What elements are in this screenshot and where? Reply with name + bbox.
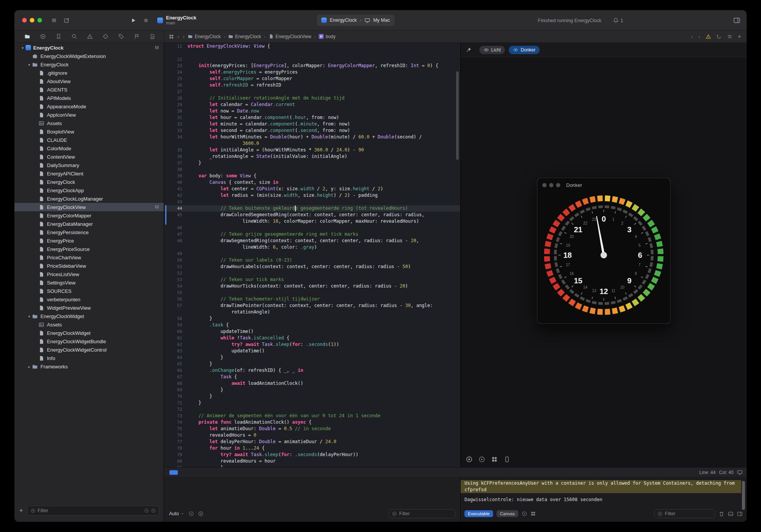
code-line[interactable]: 46 xyxy=(164,225,460,231)
file-tree-row[interactable]: AppIconView xyxy=(15,111,164,119)
file-tree-row[interactable]: APIModels xyxy=(15,94,164,102)
file-tree-row[interactable]: .gitignore xyxy=(15,69,164,77)
file-tree-row[interactable]: BoxplotView xyxy=(15,127,164,136)
console-filter-field[interactable]: Filter xyxy=(654,509,715,518)
file-tree-row[interactable]: Assets xyxy=(15,320,164,329)
code-line[interactable]: 45 drawColoredSegmentedRing(context: con… xyxy=(164,212,460,218)
disclosure-open-icon[interactable]: ▾ xyxy=(26,314,32,318)
code-line[interactable]: 40 Canvas { context, size in xyxy=(164,179,460,186)
code-line[interactable]: 28 // Initialiseer rotationAngle met de … xyxy=(164,95,460,101)
navigator-tab-find[interactable] xyxy=(71,34,77,39)
editor-display-icon[interactable] xyxy=(737,469,743,475)
file-tree-row[interactable]: EnergyClock xyxy=(15,178,164,186)
breadcrumb-item[interactable]: EnergyClock xyxy=(228,34,261,39)
code-line[interactable]: 62 try? await Task.sleep(for: .seconds(1… xyxy=(164,341,460,348)
file-tree-row[interactable]: EnergyClockWidgetControl xyxy=(15,346,164,354)
back-button[interactable]: ‹ xyxy=(177,34,179,40)
navigator-tab-breakpoints[interactable] xyxy=(134,34,140,39)
code-line[interactable]: 55 xyxy=(164,289,460,296)
code-line[interactable]: 43 xyxy=(164,199,460,205)
code-line[interactable]: 74 private func loadAnimationClock() asy… xyxy=(164,419,460,426)
code-line[interactable]: lineWidth: 16, colorMapper: colorMapper,… xyxy=(164,218,460,225)
code-line[interactable]: 39 var body: some View { xyxy=(164,173,460,179)
code-line[interactable]: lineWidth: 6, color: .gray) xyxy=(164,244,460,251)
inspector-toggle-icon[interactable] xyxy=(733,17,740,24)
code-line[interactable]: 79 try? await Task.sleep(for: .seconds(d… xyxy=(164,452,460,458)
code-line[interactable]: 49 xyxy=(164,251,460,257)
file-tree-row[interactable]: EnergyPrice xyxy=(15,236,164,245)
file-tree-row[interactable]: EnergyPersistence xyxy=(15,228,164,236)
inspect-button[interactable] xyxy=(479,456,485,463)
file-tree-row[interactable]: ContentView xyxy=(15,153,164,161)
variants-grid-button[interactable] xyxy=(491,456,498,463)
file-tree-row[interactable]: EnergyColorMapper xyxy=(15,211,164,220)
warning-icon[interactable] xyxy=(706,34,711,39)
code-line[interactable]: 77 let delayPerHour: Double = animatieDu… xyxy=(164,439,460,445)
code-line[interactable]: 69 } xyxy=(164,387,460,393)
code-line[interactable]: 24 self.energyPrices = energyPrices xyxy=(164,69,460,76)
navigator-tab-debug[interactable] xyxy=(118,34,124,39)
code-line[interactable]: 47 // Teken grijze gesegmenteerde ring m… xyxy=(164,231,460,238)
code-line[interactable]: 48 drawSegmentedRing(context: context, c… xyxy=(164,238,460,244)
close-button[interactable] xyxy=(22,18,27,23)
navigator-tab-issues[interactable] xyxy=(87,34,93,39)
variables-filter-field[interactable]: Filter xyxy=(389,509,455,518)
code-line[interactable]: 41 let center = CGPoint(x: size.width / … xyxy=(164,186,460,192)
code-line[interactable]: 78 for hour in 1...24 { xyxy=(164,445,460,452)
breadcrumb-item[interactable]: EnergyClock xyxy=(188,34,221,39)
preview-play-button[interactable] xyxy=(466,456,472,463)
recent-files-icon[interactable] xyxy=(144,508,149,513)
breadcrumb-item[interactable]: EnergyClockView xyxy=(269,34,311,39)
mode-button-light[interactable]: Licht xyxy=(479,46,505,54)
code-line[interactable]: 76 revealedHours = 0 xyxy=(164,432,460,439)
file-tree-row[interactable]: ▾EnergyClockWidget xyxy=(15,312,164,320)
console-scrollbar[interactable] xyxy=(742,481,745,510)
code-line[interactable]: 81 } xyxy=(164,464,460,467)
file-tree-row[interactable]: CLAUDE xyxy=(15,136,164,144)
code-line[interactable]: 75 let animatieDuur: Double = 0.5 // in … xyxy=(164,426,460,432)
file-tree-row[interactable]: SettingsView xyxy=(15,278,164,287)
code-line[interactable]: 61 while !Task.isCancelled { xyxy=(164,335,460,341)
file-tree-row[interactable]: EnergyClockWidgetExtension xyxy=(15,52,164,60)
navigator-filter-field[interactable]: Filter xyxy=(27,506,159,516)
file-tree-row[interactable]: EnergyAPIClient xyxy=(15,169,164,178)
code-line[interactable]: 44 // Teken buitenste gekleurde gesegmen… xyxy=(164,205,460,212)
compose-icon[interactable] xyxy=(64,18,69,23)
navigator-tab-source-control[interactable] xyxy=(40,34,46,39)
file-tree-row[interactable]: EnergyClockLogManager xyxy=(15,194,164,203)
code-line[interactable]: 53 // Teken uur tick marks xyxy=(164,276,460,283)
navigator-tab-reports[interactable] xyxy=(150,34,155,39)
mode-button-dark[interactable]: Donker xyxy=(509,46,540,54)
code-line[interactable]: 35 let initialAngle = (hourWithMinutes *… xyxy=(164,147,460,153)
code-line[interactable]: 60 updateTime() xyxy=(164,328,460,335)
code-line[interactable]: rotationAngle) xyxy=(164,309,460,315)
code-line[interactable]: 11struct EnergyClockView: View { xyxy=(164,43,460,50)
code-line[interactable]: 71 } xyxy=(164,400,460,406)
clear-icon[interactable] xyxy=(198,511,203,516)
code-line[interactable]: 31 let hour = calendar.component(.hour, … xyxy=(164,114,460,121)
canvas-forward-icon[interactable]: › xyxy=(698,34,700,40)
source-editor[interactable]: 11struct EnergyClockView: View {2223 ini… xyxy=(164,43,460,467)
file-tree-row[interactable]: ▾EnergyClock xyxy=(15,60,164,69)
code-line[interactable]: 59 .task { xyxy=(164,322,460,328)
zoom-button[interactable] xyxy=(37,18,42,23)
trash-icon[interactable] xyxy=(719,511,724,517)
file-tree-row[interactable]: AboutView xyxy=(15,77,164,85)
code-line[interactable]: 29 let calendar = Calendar.current xyxy=(164,101,460,108)
panel-bottom-icon[interactable] xyxy=(728,511,734,517)
editor-scrollbar[interactable] xyxy=(456,71,459,160)
scm-filter-icon[interactable] xyxy=(151,508,156,513)
navigator-tab-bookmarks[interactable] xyxy=(56,34,61,39)
code-line[interactable]: 22 xyxy=(164,56,460,63)
code-line[interactable]: 33 let second = calendar.component(.seco… xyxy=(164,127,460,134)
file-tree-row[interactable]: verbeterpunten xyxy=(15,295,164,304)
file-tree-row[interactable]: PriceChartView xyxy=(15,253,164,262)
file-tree-row[interactable]: EnergyClockApp xyxy=(15,186,164,194)
code-line[interactable]: 51 drawHourLabels(context: context, cent… xyxy=(164,264,460,270)
file-tree-row[interactable]: AGENTS xyxy=(15,85,164,94)
disclosure-open-icon[interactable]: ▾ xyxy=(20,46,26,50)
code-line[interactable]: 3600.0 xyxy=(164,140,460,147)
file-tree-row[interactable]: ColorMode xyxy=(15,144,164,153)
console-grid-icon[interactable] xyxy=(530,511,536,516)
code-line[interactable]: 34 let hourWithMinutes = Double(hour) + … xyxy=(164,134,460,140)
